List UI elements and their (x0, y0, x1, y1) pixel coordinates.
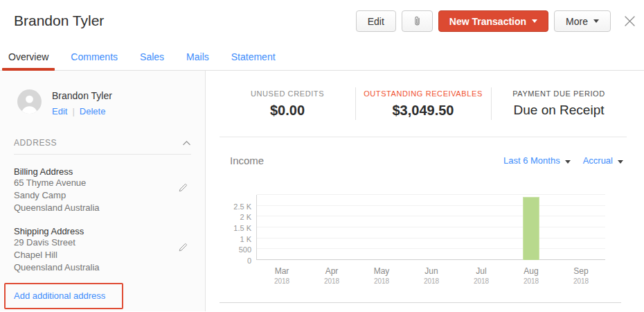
contact-profile: Brandon Tyler Edit|Delete (17, 89, 191, 116)
tab-sales[interactable]: Sales (134, 45, 170, 70)
month-label: Jul (456, 266, 506, 276)
gridline (257, 205, 605, 206)
year-label: 2018 (506, 277, 556, 285)
new-transaction-label: New Transaction (449, 16, 526, 27)
billing-address-block: Billing Address 65 Thyme Avenue Sandy Ca… (14, 166, 191, 214)
x-axis-tick-label: Apr2018 (307, 266, 357, 285)
tab-statement[interactable]: Statement (225, 45, 282, 70)
shipping-address-line: Chapel Hill (14, 249, 170, 261)
link-separator: | (72, 106, 74, 116)
address-divider (14, 154, 191, 155)
stat-label: OUTSTANDING RECEIVABLES (364, 89, 483, 98)
date-range-label: Last 6 Months (503, 155, 560, 166)
stat-unused-credits: UNUSED CREDITS $0.00 (220, 71, 355, 137)
month-label: Jun (406, 266, 456, 276)
year-label: 2018 (456, 277, 506, 285)
add-additional-address-link[interactable]: Add additional address (14, 291, 105, 301)
more-label: More (566, 16, 588, 27)
y-axis-tick-label: 500 (213, 245, 251, 254)
billing-address-line: 65 Thyme Avenue (14, 177, 170, 189)
tab-bar: Overview Comments Sales Mails Statement (0, 45, 644, 71)
accounting-basis-label: Accrual (583, 155, 613, 166)
stat-payment-due-period: PAYMENT DUE PERIOD Due on Receipt (491, 71, 627, 137)
gridline (257, 194, 605, 195)
gridline (257, 238, 605, 239)
year-label: 2018 (556, 277, 606, 285)
y-axis-tick-label: 2 K (213, 213, 251, 221)
shipping-address-title: Shipping Address (14, 226, 170, 236)
stat-outstanding-receivables: OUTSTANDING RECEIVABLES $3,049.50 (355, 71, 491, 137)
more-button[interactable]: More (554, 10, 611, 32)
close-icon[interactable] (623, 15, 636, 28)
billing-address-line: Sandy Camp (14, 189, 170, 202)
edit-shipping-address-icon[interactable] (178, 243, 188, 252)
shipping-address-block: Shipping Address 29 Davis Street Chapel … (14, 226, 191, 274)
date-range-filter[interactable]: Last 6 Months (503, 155, 571, 166)
income-chart: 05001 K1.5 K2 K2.5 KMar2018Apr2018May201… (256, 195, 605, 260)
year-label: 2018 (307, 277, 357, 285)
x-axis-tick-label: Sep2018 (556, 266, 606, 285)
add-address-highlight: Add additional address (4, 283, 123, 309)
stat-label: UNUSED CREDITS (251, 89, 324, 98)
contact-edit-link[interactable]: Edit (52, 106, 67, 116)
section-divider (220, 302, 621, 303)
contact-header: Brandon Tyler Edit New Transaction More (0, 0, 644, 43)
gridline (257, 216, 605, 216)
paperclip-icon (412, 15, 422, 27)
chevron-down-icon (565, 160, 571, 164)
gridline (257, 259, 605, 260)
tab-mails[interactable]: Mails (180, 45, 215, 70)
stat-value: $3,049.50 (393, 103, 454, 119)
year-label: 2018 (257, 277, 307, 285)
billing-address-line: Queensland Australia (14, 202, 170, 214)
chevron-up-icon[interactable] (182, 140, 191, 146)
chevron-down-icon (618, 160, 623, 164)
stat-value: $0.00 (270, 103, 305, 119)
month-label: May (357, 266, 406, 276)
overview-panel: UNUSED CREDITS $0.00 OUTSTANDING RECEIVA… (206, 71, 644, 311)
month-label: Sep (556, 266, 606, 276)
x-axis-tick-label: Mar2018 (257, 266, 307, 285)
stat-value: Due on Receipt (514, 103, 605, 118)
x-axis-tick-label: Jun2018 (406, 266, 456, 285)
shipping-address-line: 29 Davis Street (14, 236, 170, 249)
income-bar-aug (523, 197, 539, 260)
y-axis-tick-label: 1 K (213, 235, 251, 243)
new-transaction-button[interactable]: New Transaction (438, 10, 548, 32)
y-axis-tick-label: 2.5 K (213, 202, 251, 211)
avatar (17, 89, 42, 114)
year-label: 2018 (406, 277, 456, 285)
tab-overview[interactable]: Overview (2, 45, 55, 70)
edit-billing-address-icon[interactable] (178, 183, 188, 193)
income-chart-title: Income (230, 155, 264, 166)
month-label: Apr (307, 266, 357, 276)
address-section-title: ADDRESS (14, 138, 57, 148)
summary-stats: UNUSED CREDITS $0.00 OUTSTANDING RECEIVA… (220, 71, 627, 137)
x-axis-tick-label: Aug2018 (506, 266, 556, 285)
contact-delete-link[interactable]: Delete (80, 106, 106, 116)
chevron-down-icon (593, 19, 599, 23)
gridline (257, 248, 605, 249)
tab-comments[interactable]: Comments (64, 45, 124, 70)
month-label: Aug (506, 266, 556, 276)
y-axis-tick-label: 0 (213, 257, 251, 265)
billing-address-title: Billing Address (14, 166, 170, 177)
gridline (257, 227, 605, 227)
y-axis-tick-label: 1.5 K (213, 224, 251, 232)
stat-label: PAYMENT DUE PERIOD (512, 89, 605, 98)
header-actions: Edit New Transaction More (356, 10, 636, 32)
chevron-down-icon (532, 19, 537, 23)
attachment-button[interactable] (402, 10, 433, 32)
month-label: Mar (257, 266, 307, 276)
accounting-basis-filter[interactable]: Accrual (583, 155, 623, 166)
shipping-address-line: Queensland Australia (14, 261, 170, 274)
year-label: 2018 (357, 277, 406, 285)
x-axis-tick-label: May2018 (357, 266, 406, 285)
contact-sidebar: Brandon Tyler Edit|Delete ADDRESS Billin… (0, 71, 206, 311)
x-axis-tick-label: Jul2018 (456, 266, 506, 285)
contact-name: Brandon Tyler (52, 90, 112, 101)
edit-button[interactable]: Edit (356, 10, 396, 32)
